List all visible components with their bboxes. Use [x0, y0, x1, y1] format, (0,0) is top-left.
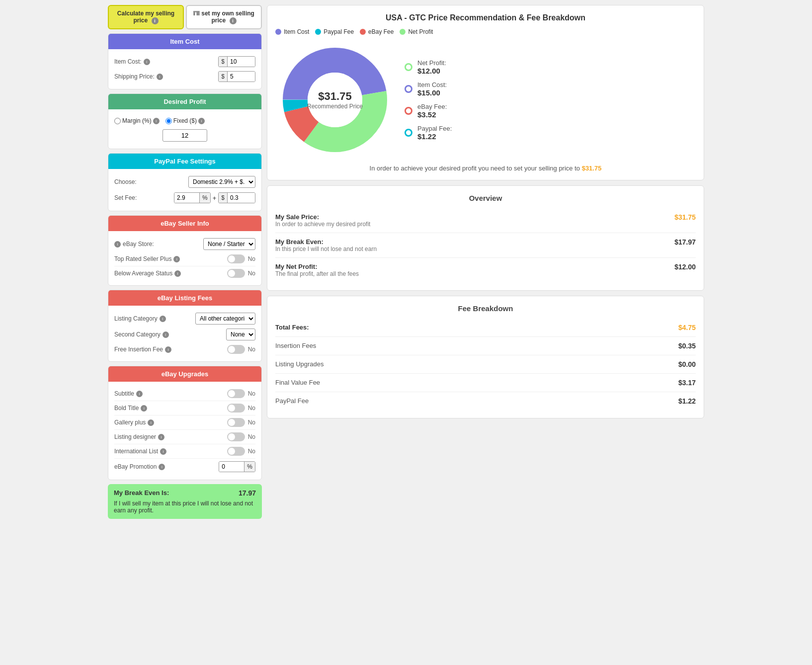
free-insertion-value: No — [248, 346, 255, 353]
fixed-radio[interactable] — [165, 118, 172, 124]
subtitle-toggle[interactable]: No — [227, 389, 255, 398]
below-avg-value: No — [248, 270, 255, 277]
ebay-seller-section: eBay Seller Info i eBay Store: None / St… — [108, 215, 262, 286]
item-cost-legend-value: $15.00 — [417, 88, 447, 97]
gallery-plus-row: Gallery plus i No — [114, 416, 255, 430]
gallery-plus-toggle[interactable]: No — [227, 418, 255, 427]
paypal-fixed-wrapper: $ — [218, 192, 255, 203]
break-even-overview-value: $17.97 — [674, 238, 696, 246]
free-insertion-toggle[interactable]: No — [227, 345, 255, 354]
paypal-fee-breakdown-row: PayPal Fee $1.22 — [275, 392, 696, 410]
listing-designer-info-icon[interactable]: i — [158, 434, 164, 440]
shipping-price-row: Shipping Price: i $ — [114, 69, 255, 84]
margin-radio[interactable] — [114, 118, 121, 124]
ebay-store-info-icon[interactable]: i — [114, 241, 121, 248]
bold-title-label: Bold Title i — [114, 405, 147, 412]
set-own-mode-button[interactable]: I'll set my own selling price i — [186, 5, 262, 29]
top-rated-switch[interactable] — [227, 254, 245, 263]
second-cat-info-icon[interactable]: i — [162, 332, 169, 338]
item-cost-text: Item Cost: $15.00 — [417, 81, 447, 97]
ebay-store-label: i eBay Store: — [114, 241, 154, 248]
ebay-fee-legend-label: eBay Fee: — [417, 103, 447, 110]
below-avg-toggle[interactable]: No — [227, 269, 255, 278]
listing-designer-switch[interactable] — [227, 432, 245, 441]
chart-legend: Item Cost Paypal Fee eBay Fee Net Profit — [275, 28, 696, 35]
ebay-seller-header: eBay Seller Info — [108, 216, 261, 231]
legend-dot-paypal-fee — [315, 29, 321, 35]
gallery-plus-switch[interactable] — [227, 418, 245, 427]
margin-info-icon[interactable]: i — [153, 118, 160, 124]
paypal-set-fee-row: Set Fee: % + $ — [114, 190, 255, 206]
insertion-fees-row: Insertion Fees $0.35 — [275, 337, 696, 355]
below-avg-row: Below Average Status i No — [114, 266, 255, 280]
free-insertion-switch[interactable] — [227, 345, 245, 354]
top-rated-toggle[interactable]: No — [227, 254, 255, 263]
chart-legend-item-cost: Item Cost: $15.00 — [405, 81, 696, 97]
break-even-overview-label: My Break Even: — [275, 238, 377, 246]
listing-designer-toggle[interactable]: No — [227, 432, 255, 441]
listing-designer-value: No — [248, 433, 255, 440]
calculate-mode-button[interactable]: Calculate my selling price i — [108, 5, 184, 29]
chart-legend-net-profit: Net Profit: $12.00 — [405, 59, 696, 75]
free-insertion-info-icon[interactable]: i — [165, 346, 171, 353]
listing-cat-info-icon[interactable]: i — [160, 316, 166, 322]
fixed-radio-label[interactable]: Fixed ($) i — [165, 117, 205, 124]
break-even-title-row: My Break Even Is: 17.97 — [114, 489, 256, 497]
international-info-icon[interactable]: i — [160, 448, 166, 455]
subtitle-switch[interactable] — [227, 389, 245, 398]
bold-title-toggle[interactable]: No — [227, 404, 255, 413]
chart-legend-right: Net Profit: $12.00 Item Cost: $15.00 — [405, 59, 696, 141]
paypal-fee-text: Paypal Fee: $1.22 — [417, 125, 452, 141]
below-avg-switch[interactable] — [227, 269, 245, 278]
subtitle-value: No — [248, 390, 255, 397]
fee-breakdown-section: Fee Breakdown Total Fees: $4.75 Insertio… — [267, 296, 704, 418]
net-profit-legend-label: Net Profit: — [417, 59, 446, 67]
calculate-info-icon[interactable]: i — [152, 17, 159, 24]
set-own-info-icon[interactable]: i — [230, 17, 237, 24]
top-rated-info-icon[interactable]: i — [173, 256, 180, 262]
overview-title: Overview — [275, 194, 696, 202]
break-even-overview-row: My Break Even: In this price I will not … — [275, 233, 696, 258]
net-profit-overview-row: My Net Profit: The final profit, after a… — [275, 258, 696, 282]
second-category-row: Second Category i None — [114, 327, 255, 342]
insertion-fees-value: $0.35 — [678, 342, 696, 350]
chart-note-price[interactable]: $31.75 — [582, 165, 602, 172]
paypal-percent-wrapper: % — [174, 192, 211, 203]
listing-category-select[interactable]: All other categori — [195, 313, 255, 325]
subtitle-row: Subtitle i No — [114, 387, 255, 401]
top-rated-row: Top Rated Seller Plus i No — [114, 252, 255, 266]
item-cost-input[interactable] — [228, 57, 255, 67]
paypal-choose-label: Choose: — [114, 178, 137, 185]
margin-radio-label[interactable]: Margin (%) i — [114, 117, 160, 124]
item-cost-legend-label: Item Cost: — [417, 81, 447, 88]
mode-buttons-group: Calculate my selling price i I'll set my… — [108, 5, 262, 29]
shipping-price-input[interactable] — [228, 72, 255, 82]
listing-upgrades-row: Listing Upgrades $0.00 — [275, 355, 696, 374]
ebay-promotion-input[interactable] — [219, 462, 244, 472]
below-avg-info-icon[interactable]: i — [174, 270, 181, 277]
paypal-percent-input[interactable] — [174, 193, 199, 203]
ebay-promotion-info-icon[interactable]: i — [159, 464, 165, 470]
shipping-info-icon[interactable]: i — [157, 74, 163, 80]
profit-value-input[interactable] — [162, 129, 207, 142]
chart-title: USA - GTC Price Recommendation & Fee Bre… — [275, 13, 696, 22]
ebay-promotion-row: eBay Promotion i % — [114, 459, 255, 475]
international-toggle[interactable]: No — [227, 447, 255, 456]
gallery-plus-info-icon[interactable]: i — [148, 419, 154, 426]
second-category-select[interactable]: None — [226, 329, 255, 340]
fixed-info-icon[interactable]: i — [198, 118, 205, 124]
international-switch[interactable] — [227, 447, 245, 456]
item-cost-input-wrapper: $ — [218, 56, 255, 67]
item-cost-info-icon[interactable]: i — [144, 59, 150, 65]
final-value-fee-row: Final Value Fee $3.17 — [275, 374, 696, 392]
bold-title-info-icon[interactable]: i — [141, 405, 147, 412]
bold-title-switch[interactable] — [227, 404, 245, 413]
break-even-box: My Break Even Is: 17.97 If I will sell m… — [108, 484, 262, 519]
paypal-fixed-input[interactable] — [228, 193, 255, 203]
ebay-promotion-label: eBay Promotion i — [114, 463, 165, 470]
bold-title-row: Bold Title i No — [114, 401, 255, 416]
break-even-overview-sub: In this price I will not lose and not ea… — [275, 246, 377, 252]
paypal-choose-select[interactable]: Domestic 2.9% + $. — [188, 176, 255, 188]
ebay-store-select[interactable]: None / Starter — [203, 238, 255, 250]
subtitle-info-icon[interactable]: i — [136, 391, 143, 397]
